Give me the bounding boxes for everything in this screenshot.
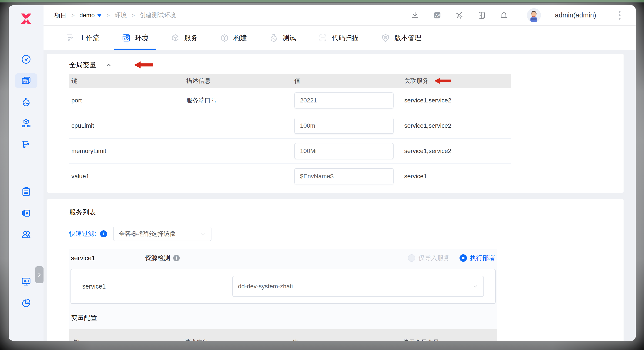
global-variables-table: 键 描述信息 值 关联服务 port 服务端口号	[69, 74, 511, 189]
sidebar-item-pipelines[interactable]	[15, 137, 38, 152]
column-header-key: 键	[69, 338, 180, 341]
sidebar-item-projects[interactable]: PM	[15, 73, 38, 88]
quick-filter-label[interactable]: 快速过滤:	[69, 230, 96, 238]
resource-check: 资源检测 i	[145, 254, 180, 262]
docs-button[interactable]	[477, 11, 486, 20]
sidebar: PM	[9, 5, 44, 341]
cluster-icon	[455, 11, 464, 20]
annotation-arrow-left-icon	[134, 61, 154, 69]
radio-icon	[460, 254, 467, 262]
image-value: dd-dev-system-zhati	[238, 283, 293, 290]
sidebar-item-testing[interactable]	[15, 95, 38, 109]
download-icon	[411, 11, 420, 20]
project-pm-icon: PM	[21, 75, 31, 86]
notifications-button[interactable]	[499, 11, 509, 20]
translate-icon: A 文	[433, 11, 442, 20]
sidebar-item-insight[interactable]	[15, 274, 38, 289]
breadcrumb-current-page: 创建测试环境	[140, 11, 176, 19]
avatar[interactable]	[527, 8, 541, 22]
column-header-description: 描述信息	[184, 77, 292, 85]
service-block-header: service1 资源检测 i 仅导入服务	[69, 249, 497, 267]
sidebar-nav: PM	[15, 52, 38, 317]
var-value-input[interactable]	[294, 143, 394, 159]
sidebar-item-delivery[interactable]	[15, 116, 38, 131]
tab-builds[interactable]: 构建	[219, 26, 248, 50]
version-v-icon	[21, 208, 31, 218]
tab-label: 构建	[234, 33, 247, 43]
download-button[interactable]	[410, 11, 420, 20]
breadcrumb-project-name: demo	[80, 12, 95, 19]
breadcrumb-separator: >	[71, 12, 75, 19]
username[interactable]: admin(admin)	[555, 11, 596, 19]
tab-label: 工作流	[79, 33, 100, 43]
variable-config-table-header: 键 描述信息 值 使用全局变量	[69, 329, 497, 341]
tab-services[interactable]: 服务	[170, 26, 199, 50]
chevron-down-icon	[97, 14, 102, 17]
sidebar-item-users[interactable]	[15, 227, 38, 242]
topbar-actions: A 文	[410, 8, 622, 22]
var-services: service1,service2	[402, 122, 511, 129]
var-services: service1,service2	[402, 147, 511, 154]
table-row: value1 service1	[69, 164, 511, 189]
info-icon[interactable]: i	[100, 230, 107, 237]
quick-filter-select[interactable]: 全容器-智能选择镜像	[113, 227, 212, 241]
radio-deploy[interactable]: 执行部署	[460, 254, 495, 262]
global-variables-title: 全局变量	[69, 60, 96, 70]
svg-text:文: 文	[438, 13, 440, 16]
global-variables-card: 全局变量 键 描述信息 值 关联服务	[47, 54, 624, 193]
column-header-value: 值	[292, 77, 402, 85]
test-flask-icon	[269, 33, 278, 43]
var-value-input[interactable]	[294, 118, 394, 134]
table-row: port 服务端口号 service1,service2	[69, 88, 511, 113]
language-button[interactable]: A 文	[432, 11, 442, 20]
breadcrumb-project-dropdown[interactable]: demo	[80, 12, 102, 19]
radio-icon	[408, 254, 415, 262]
var-key: cpuLimit	[69, 122, 184, 129]
tab-workflows[interactable]: 工作流	[64, 26, 101, 50]
var-services: service1,service2	[402, 97, 511, 104]
tab-label: 测试	[282, 33, 296, 43]
var-description: 服务端口号	[184, 96, 292, 105]
global-variables-header: 全局变量	[69, 59, 624, 71]
info-icon[interactable]: i	[173, 255, 180, 261]
tab-code-scan[interactable]: 代码扫描	[317, 26, 360, 50]
column-header-value: 值	[288, 338, 398, 341]
breadcrumb-separator: >	[132, 12, 135, 19]
build-icon	[220, 33, 229, 43]
service-block: service1 资源检测 i 仅导入服务	[69, 249, 497, 341]
quick-filter-row: 快速过滤: i 全容器-智能选择镜像	[69, 227, 624, 241]
breadcrumb-projects[interactable]: 项目	[54, 11, 66, 19]
zadig-x-logo	[20, 13, 32, 24]
sidebar-collapse-handle[interactable]	[35, 266, 44, 283]
service-list-title: 服务列表	[69, 207, 624, 218]
var-value-input[interactable]	[294, 92, 394, 109]
collapse-chevron-up-icon[interactable]	[105, 62, 112, 68]
radio-import-only[interactable]: 仅导入服务	[408, 254, 450, 262]
var-key: port	[69, 97, 184, 104]
column-header-use-global: 使用全局变量	[398, 338, 497, 341]
tab-environments[interactable]: 环境	[120, 26, 150, 50]
topbar: 项目 > demo > 环境 > 创建测试环境	[44, 5, 636, 26]
image-select[interactable]: dd-dev-system-zhati	[232, 276, 484, 297]
pie-chart-icon	[21, 298, 31, 308]
variable-config-title: 变量配置	[71, 313, 497, 322]
service-cube-icon	[171, 33, 180, 43]
service-image-row: service1 dd-dev-system-zhati	[70, 269, 496, 304]
version-icon	[381, 33, 390, 43]
sidebar-item-dashboard[interactable]	[15, 52, 38, 67]
sidebar-item-plans[interactable]	[15, 184, 38, 199]
var-value-input[interactable]	[294, 168, 394, 184]
environment-icon	[122, 33, 131, 43]
code-scan-icon	[318, 33, 328, 43]
chevron-right-icon	[36, 272, 42, 278]
tab-tests[interactable]: 测试	[268, 26, 298, 50]
monitor-icon	[21, 276, 31, 287]
svg-text:PM: PM	[23, 81, 27, 83]
cluster-button[interactable]	[455, 11, 464, 20]
more-menu-button[interactable]	[618, 10, 622, 21]
sidebar-item-releases[interactable]	[15, 206, 38, 221]
var-key: value1	[69, 173, 184, 180]
breadcrumb-environments[interactable]: 环境	[114, 11, 126, 19]
tab-version-management[interactable]: 版本管理	[380, 26, 423, 50]
sidebar-item-reports[interactable]	[15, 295, 38, 310]
